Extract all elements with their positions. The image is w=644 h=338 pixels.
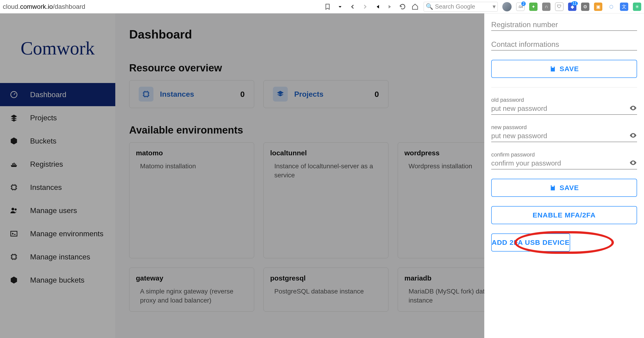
first-icon[interactable] — [374, 3, 382, 11]
confirm-password-label: confirm password — [491, 151, 637, 158]
bookmark-icon[interactable] — [324, 3, 332, 11]
save-profile-button[interactable]: SAVE — [491, 60, 637, 78]
ext-shield-icon[interactable]: 🛡 — [555, 3, 564, 11]
save-icon — [549, 65, 556, 72]
ext-box-icon[interactable]: ▣ — [594, 3, 602, 11]
settings-drawer: SAVE old password new password confirm p… — [484, 14, 644, 338]
eye-icon[interactable] — [629, 159, 637, 167]
add-2fa-label: ADD 2FA USB DEVICE — [492, 239, 570, 246]
ext-tag-icon[interactable]: ◆11 — [568, 3, 576, 11]
url-domain: comwork.io — [20, 3, 53, 10]
old-password-input[interactable] — [491, 105, 629, 112]
url-path: /dashboard — [53, 3, 85, 10]
eye-icon[interactable] — [629, 104, 637, 113]
contact-info-field[interactable] — [491, 40, 637, 51]
browser-toolbar: 🔍 Search Google ▾ .Git2 ✦ ∩ 🛡 ◆11 ⚙ ▣ ⬡ … — [324, 2, 641, 12]
url-display: cloud.comwork.io/dashboard — [3, 3, 230, 11]
ext-gear-icon[interactable]: ⚙ — [581, 3, 589, 11]
enable-mfa-label: ENABLE MFA/2FA — [533, 211, 596, 219]
search-engine-icon: 🔍 — [426, 3, 433, 10]
profile-avatar[interactable] — [502, 2, 512, 11]
contact-info-input[interactable] — [491, 40, 637, 49]
search-placeholder: Search Google — [435, 3, 475, 10]
eye-icon[interactable] — [629, 131, 637, 140]
ext-translate-icon[interactable]: 文 — [620, 3, 628, 11]
blue-badge: 11 — [571, 1, 578, 6]
registration-number-field[interactable] — [491, 20, 637, 31]
ext-hex-icon[interactable]: ⬡ — [607, 3, 615, 11]
ext-star-icon[interactable]: ✳ — [633, 3, 641, 11]
divider — [491, 87, 637, 87]
back-icon[interactable] — [348, 3, 356, 11]
browser-chrome: cloud.comwork.io/dashboard 🔍 Search Goog… — [0, 0, 644, 14]
new-password-group: new password — [491, 124, 637, 142]
registration-number-input[interactable] — [491, 20, 637, 29]
enable-mfa-button[interactable]: ENABLE MFA/2FA — [491, 206, 637, 224]
new-password-input[interactable] — [491, 132, 629, 140]
last-icon[interactable] — [386, 3, 394, 11]
old-password-label: old password — [491, 97, 637, 103]
save-password-button[interactable]: SAVE — [491, 179, 637, 197]
new-password-label: new password — [491, 124, 637, 130]
add-2fa-usb-button[interactable]: ADD 2FA USB DEVICE — [491, 233, 570, 252]
reload-icon[interactable] — [398, 3, 406, 11]
save-icon — [549, 184, 556, 191]
forward-icon[interactable] — [361, 3, 369, 11]
search-caret-icon: ▾ — [492, 3, 496, 10]
old-password-group: old password — [491, 97, 637, 115]
url-prefix: cloud. — [3, 3, 20, 10]
highlight-annotation: ADD 2FA USB DEVICE — [491, 233, 637, 252]
save-label: SAVE — [560, 65, 579, 73]
ext-green-icon[interactable]: ✦ — [529, 3, 538, 11]
confirm-password-group: confirm password — [491, 151, 637, 170]
caret-down-icon[interactable] — [336, 3, 344, 11]
save-label: SAVE — [560, 184, 579, 192]
browser-search-box[interactable]: 🔍 Search Google ▾ — [424, 2, 498, 12]
confirm-password-input[interactable] — [491, 159, 629, 167]
ext-arch-icon[interactable]: ∩ — [542, 3, 550, 11]
ext-git-icon[interactable]: .Git2 — [516, 3, 524, 11]
home-icon[interactable] — [411, 3, 419, 11]
git-badge: 2 — [521, 2, 526, 6]
